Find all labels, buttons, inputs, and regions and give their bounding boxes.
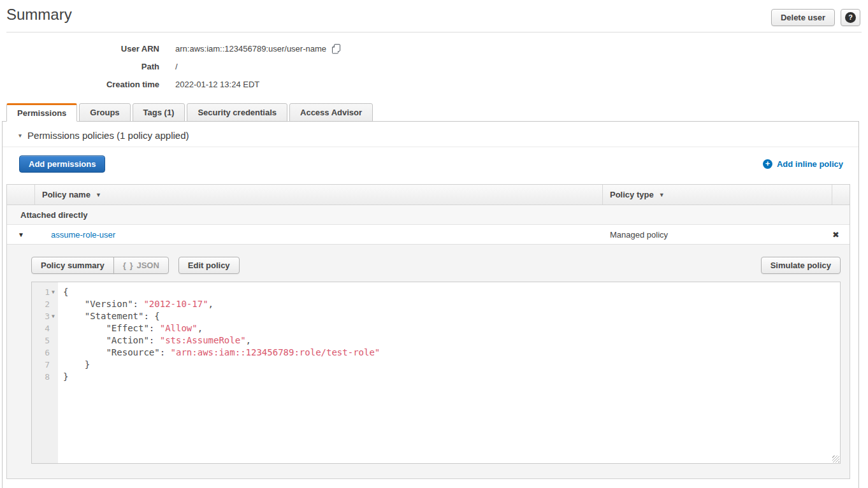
user-arn-row: User ARN arn:aws:iam::123456789:user/use… xyxy=(0,43,868,54)
creation-time-value: 2022-01-12 13:24 EDT xyxy=(175,80,259,90)
add-permissions-button[interactable]: Add permissions xyxy=(19,155,105,173)
simulate-policy-button[interactable]: Simulate policy xyxy=(761,257,841,274)
row-expand-caret[interactable]: ▼ xyxy=(7,231,35,238)
page-title: Summary xyxy=(6,5,72,24)
add-inline-policy-link[interactable]: + Add inline policy xyxy=(763,159,843,169)
permissions-tab-panel: ▾ Permissions policies (1 policy applied… xyxy=(2,121,859,488)
attached-directly-group-header: Attached directly xyxy=(7,205,850,225)
creation-time-label: Creation time xyxy=(0,80,159,90)
tab-tags[interactable]: Tags (1) xyxy=(133,103,185,122)
policy-table-header: Policy name ▼ Policy type ▼ xyxy=(7,185,850,205)
sort-caret-icon: ▼ xyxy=(96,192,101,198)
policy-type-column-header[interactable]: Policy type ▼ xyxy=(603,185,832,205)
path-value: / xyxy=(175,62,178,72)
editor-resize-handle[interactable] xyxy=(832,456,839,463)
policy-table-row: ▼ assume-role-user Managed policy ✖ xyxy=(7,225,850,245)
permissions-policies-section-title: Permissions policies (1 policy applied) xyxy=(27,130,189,141)
fold-caret-icon[interactable]: ▼ xyxy=(50,313,57,319)
policy-summary-button[interactable]: Policy summary xyxy=(31,257,114,274)
code-editor[interactable]: 1▼2▼3▼4▼5▼6▼7▼8▼ { "Version": "2012-10-1… xyxy=(31,282,841,464)
editor-code[interactable]: { "Version": "2012-10-17", "Statement": … xyxy=(58,282,840,463)
section-collapse-caret-icon: ▾ xyxy=(18,133,22,139)
policy-table: Policy name ▼ Policy type ▼ Attached dir… xyxy=(6,184,850,479)
actions-column-header xyxy=(832,185,850,205)
permissions-policies-section-toggle[interactable]: ▾ Permissions policies (1 policy applied… xyxy=(3,122,858,147)
copy-icon[interactable] xyxy=(331,44,341,54)
fold-caret-icon[interactable]: ▼ xyxy=(50,289,57,295)
help-icon: ? xyxy=(845,12,856,23)
tab-panel-wrap: Permissions Groups Tags (1) Security cre… xyxy=(2,103,859,488)
tab-access-advisor[interactable]: Access Advisor xyxy=(289,103,373,122)
braces-icon: { } xyxy=(123,261,134,270)
creation-time-row: Creation time 2022-01-12 13:24 EDT xyxy=(0,80,868,90)
path-row: Path / xyxy=(0,62,868,72)
policy-actions-row: Add permissions + Add inline policy xyxy=(3,147,858,180)
sort-caret-icon: ▼ xyxy=(659,192,665,198)
plus-circle-icon: + xyxy=(763,159,772,169)
user-arn-value: arn:aws:iam::123456789:user/user-name xyxy=(175,44,326,54)
delete-user-button[interactable]: Delete user xyxy=(771,9,835,26)
add-inline-policy-label: Add inline policy xyxy=(777,159,843,169)
policy-name-link[interactable]: assume-role-user xyxy=(51,230,115,240)
editor-gutter: 1▼2▼3▼4▼5▼6▼7▼8▼ xyxy=(32,282,58,463)
json-view-button[interactable]: { } JSON xyxy=(113,257,169,274)
policy-detail-buttons: Policy summary { } JSON Edit policy Simu… xyxy=(31,257,841,274)
tab-permissions[interactable]: Permissions xyxy=(6,103,77,122)
path-label: Path xyxy=(0,62,159,72)
user-arn-label: User ARN xyxy=(0,44,159,54)
help-button[interactable]: ? xyxy=(841,9,860,26)
tab-groups[interactable]: Groups xyxy=(79,103,130,122)
edit-policy-button[interactable]: Edit policy xyxy=(178,257,240,274)
policy-name-column-header[interactable]: Policy name ▼ xyxy=(35,185,603,205)
detach-policy-x-icon[interactable]: ✖ xyxy=(832,230,850,240)
tab-security-credentials[interactable]: Security credentials xyxy=(187,103,287,122)
policy-detail-panel: Policy summary { } JSON Edit policy Simu… xyxy=(7,245,850,478)
policy-type-cell: Managed policy xyxy=(603,230,832,240)
tab-bar: Permissions Groups Tags (1) Security cre… xyxy=(2,103,859,122)
expand-column-header xyxy=(7,185,35,205)
user-details: User ARN arn:aws:iam::123456789:user/use… xyxy=(0,32,868,98)
header-actions: Delete user ? xyxy=(771,9,860,26)
page-header: Summary Delete user ? xyxy=(0,0,868,26)
